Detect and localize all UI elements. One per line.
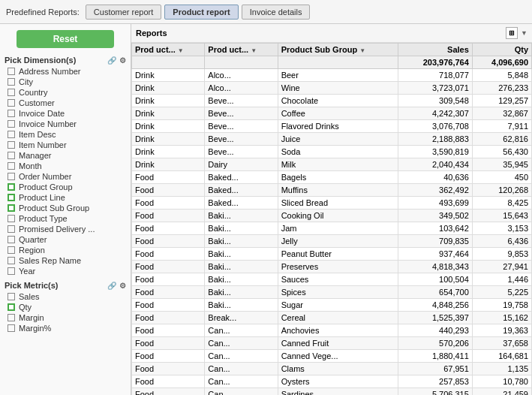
dimension-item-19[interactable]: Year (0, 266, 131, 276)
cell-sales-2: 309,548 (398, 95, 472, 107)
metric-item-3[interactable]: Margin% (0, 323, 131, 333)
dimension-item-16[interactable]: Quarter (0, 234, 131, 245)
metric-label-0: Sales (19, 292, 40, 301)
dimension-item-4[interactable]: Invoice Date (0, 108, 131, 119)
dropdown-arrow[interactable]: ▼ (521, 29, 527, 37)
table-row[interactable]: DrinkBeve...Juice2,188,88362,816 (132, 133, 532, 146)
cell-sales-3: 4,242,307 (398, 107, 472, 120)
cell-group-4: Drink (132, 120, 205, 133)
cell-line-20: Can... (205, 324, 278, 337)
table-row[interactable]: FoodBaked...Muffins362,492120,268 (132, 184, 532, 197)
table-row[interactable]: FoodCan...Anchovies440,29319,363 (132, 324, 532, 337)
dimension-item-9[interactable]: Month (0, 161, 131, 171)
cell-sales-25: 5,706,315 (398, 388, 472, 396)
dimension-item-18[interactable]: Sales Rep Name (0, 255, 131, 266)
dimension-item-3[interactable]: Customer (0, 98, 131, 108)
metric-item-1[interactable]: Qty (0, 302, 131, 312)
table-row[interactable]: FoodCan...Oysters257,85310,780 (132, 375, 532, 388)
table-row[interactable]: FoodBaki...Cooking Oil349,50215,643 (132, 210, 532, 222)
dimension-checkbox-0 (8, 68, 15, 75)
cell-line-13: Baki... (205, 235, 278, 248)
table-row[interactable]: FoodBaki...Jelly709,8356,436 (132, 235, 532, 248)
table-row[interactable]: FoodBaki...Peanut Butter937,4649,853 (132, 248, 532, 261)
table-row[interactable]: DrinkBeve...Soda3,590,81956,430 (132, 146, 532, 158)
col-header-product-line[interactable]: Prod uct... ▼ (205, 44, 278, 56)
product-report-btn[interactable]: Product report (164, 5, 238, 20)
col-header-product-group[interactable]: Prod uct... ▼ (132, 44, 205, 56)
col-header-product-sub[interactable]: Product Sub Group ▼ (278, 44, 398, 56)
dimension-checkbox-19 (8, 267, 15, 275)
table-row[interactable]: FoodBaked...Sliced Bread493,6998,425 (132, 197, 532, 210)
dimension-item-12[interactable]: Product Line (0, 192, 131, 203)
data-table-container[interactable]: Prod uct... ▼ Prod uct... ▼ Product Sub … (131, 43, 532, 395)
dimension-item-1[interactable]: City (0, 77, 131, 87)
reset-button[interactable]: Reset (17, 30, 114, 48)
cell-line-6: Beve... (205, 146, 278, 158)
table-row[interactable]: DrinkBeve...Coffee4,242,30732,867 (132, 107, 532, 120)
metrics-section-header: Pick Metric(s) 🔗 ⚙ (0, 279, 131, 291)
dimensions-icons: 🔗 ⚙ (107, 56, 126, 65)
reports-label: Reports (136, 29, 167, 38)
table-row[interactable]: DrinkAlco...Wine3,723,071276,233 (132, 82, 532, 95)
metrics-icons: 🔗 ⚙ (107, 282, 126, 290)
settings-icon[interactable]: ⚙ (119, 56, 126, 65)
table-row[interactable]: FoodBaki...Sauces100,5041,446 (132, 273, 532, 286)
customer-report-btn[interactable]: Customer report (86, 5, 161, 20)
cell-line-0: Alco... (205, 69, 278, 82)
dimension-checkbox-12 (8, 194, 15, 201)
dimension-item-14[interactable]: Product Type (0, 213, 131, 224)
cell-line-23: Can... (205, 363, 278, 375)
cell-sales-6: 3,590,819 (398, 146, 472, 158)
metric-item-2[interactable]: Margin (0, 312, 131, 323)
table-row[interactable]: FoodBaki...Spices654,7005,225 (132, 286, 532, 299)
cell-sub-4: Flavored Drinks (278, 120, 398, 133)
table-row[interactable]: FoodCan...Clams67,9511,135 (132, 363, 532, 375)
dimension-item-5[interactable]: Invoice Number (0, 119, 131, 129)
table-row[interactable]: DrinkBeve...Chocolate309,548129,257 (132, 95, 532, 107)
dimension-label-14: Product Type (19, 214, 68, 223)
table-row[interactable]: FoodBreak...Cereal1,525,39715,162 (132, 312, 532, 324)
dimension-item-10[interactable]: Order Number (0, 171, 131, 182)
cell-qty-8: 450 (472, 171, 531, 184)
cell-group-14: Food (132, 248, 205, 261)
cell-group-8: Food (132, 171, 205, 184)
cell-qty-1: 276,233 (472, 82, 531, 95)
link-icon[interactable]: 🔗 (107, 56, 116, 65)
dimension-item-13[interactable]: Product Sub Group (0, 203, 131, 213)
dimension-item-7[interactable]: Item Number (0, 140, 131, 150)
table-row[interactable]: FoodCan...Canned Vege...1,880,411164,681 (132, 350, 532, 363)
cell-line-24: Can... (205, 375, 278, 388)
settings-icon2[interactable]: ⚙ (119, 282, 126, 290)
predefined-label: Predefined Reports: (6, 8, 80, 17)
dimension-item-0[interactable]: Address Number (0, 66, 131, 77)
dimension-item-2[interactable]: Country (0, 87, 131, 98)
table-row[interactable]: DrinkAlco...Beer718,0775,848 (132, 69, 532, 82)
cell-qty-16: 1,446 (472, 273, 531, 286)
dimension-item-11[interactable]: Product Group (0, 182, 131, 192)
table-row[interactable]: DrinkDairyMilk2,040,43435,945 (132, 158, 532, 171)
table-row[interactable]: FoodBaki...Sugar4,848,25619,758 (132, 299, 532, 312)
table-view-icon[interactable]: ⊞ (506, 27, 518, 39)
table-row[interactable]: FoodCan...Canned Fruit570,20637,658 (132, 337, 532, 350)
dimension-item-6[interactable]: Item Desc (0, 129, 131, 140)
cell-line-5: Beve... (205, 133, 278, 146)
table-row[interactable]: FoodBaki...Jam103,6423,153 (132, 222, 532, 235)
table-row[interactable]: DrinkBeve...Flavored Drinks3,076,7087,91… (132, 120, 532, 133)
cell-sales-13: 709,835 (398, 235, 472, 248)
dimension-checkbox-5 (8, 120, 15, 128)
table-row[interactable]: FoodBaki...Preserves4,818,34327,941 (132, 261, 532, 273)
invoice-details-btn[interactable]: Invoice details (242, 5, 311, 20)
dimension-item-8[interactable]: Manager (0, 150, 131, 161)
cell-qty-24: 10,780 (472, 375, 531, 388)
metric-item-0[interactable]: Sales (0, 291, 131, 302)
cell-sub-15: Preserves (278, 261, 398, 273)
link-icon2[interactable]: 🔗 (107, 282, 116, 290)
dimension-checkbox-8 (8, 152, 15, 159)
table-row[interactable]: FoodCan...Sardines5,706,31521,459 (132, 388, 532, 396)
cell-sales-23: 67,951 (398, 363, 472, 375)
dimension-item-15[interactable]: Promised Delivery ... (0, 224, 131, 234)
dimension-checkbox-7 (8, 141, 15, 149)
table-row[interactable]: FoodBaked...Bagels40,636450 (132, 171, 532, 184)
cell-sales-24: 257,853 (398, 375, 472, 388)
dimension-item-17[interactable]: Region (0, 245, 131, 255)
